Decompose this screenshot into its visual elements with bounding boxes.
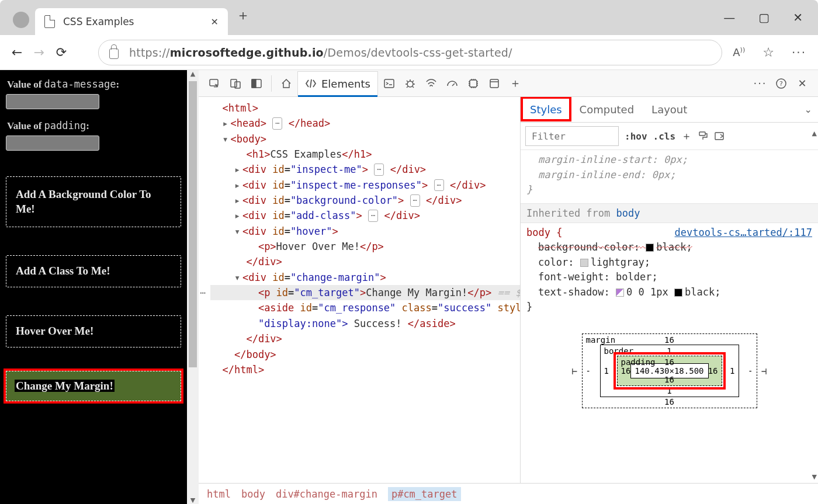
close-window-icon[interactable]: ✕ [793,11,803,25]
data-message-field[interactable] [6,94,99,109]
padding-label: padding [621,357,656,367]
page-scrollbar[interactable]: ▲ ▼ [187,70,199,504]
tree-row[interactable]: ▸<div id="inspect-me-responses"> ⋯ </div… [210,178,520,193]
browser-tab[interactable]: CSS Examples ✕ [35,8,228,35]
tree-row[interactable]: ▸<div id="inspect-me"> ⋯ </div> [210,162,520,177]
window-controls: — ▢ ✕ [723,11,803,25]
styles-rules[interactable]: margin-inline-start: 0px; margin-inline-… [521,150,818,203]
devtools: Elements ＋ ··· ? ✕ <html> ▸<head> ⋯ </he… [199,70,818,504]
tree-row[interactable]: <h1>CSS Examples</h1> [210,147,520,162]
svg-point-6 [407,81,413,87]
inherited-selector-link[interactable]: body [616,207,640,219]
devtools-more-icon[interactable]: ··· [750,74,770,93]
border-label: border [604,346,634,356]
tab-elements-label: Elements [321,78,370,90]
performance-icon[interactable] [442,74,462,93]
tree-row[interactable]: </body> [210,347,520,362]
tree-row-selected[interactable]: ⋯ <p id="cm_target">Change My Margin!</p… [210,285,520,300]
subtab-styles[interactable]: Styles [526,100,566,119]
maximize-icon[interactable]: ▢ [758,11,770,25]
filter-input[interactable] [525,126,619,146]
tree-row[interactable]: <html> [210,100,520,116]
svg-rect-11 [699,132,705,135]
url-path: /Demos/devtools-css-get-started/ [324,46,512,59]
profile-avatar[interactable] [13,12,29,28]
console-icon[interactable] [379,74,399,93]
scroll-thumb[interactable] [189,81,197,367]
styles-subtabs: Styles Computed Layout ⌄ [521,97,818,123]
subtab-computed[interactable]: Computed [576,100,638,119]
new-tab-button[interactable]: ＋ [236,6,250,25]
box-hover[interactable]: Hover Over Me! [6,315,181,347]
tree-row[interactable]: ▾<div id="change-margin"> [210,270,520,285]
tree-row[interactable]: </div> [210,254,520,269]
selector-body: body { [526,227,562,238]
close-tab-icon[interactable]: ✕ [211,16,219,27]
read-aloud-icon[interactable]: A)) [733,46,745,58]
tree-row[interactable]: </html> [210,362,520,377]
back-button[interactable]: ← [8,45,26,60]
bug-icon[interactable] [400,74,420,93]
add-tab-icon[interactable]: ＋ [505,74,525,93]
cls-button[interactable]: .cls [653,131,676,142]
favorite-icon[interactable]: ☆ [762,45,774,60]
elements-tree[interactable]: <html> ▸<head> ⋯ </head> ▾<body> <h1>CSS… [199,97,520,483]
box-change-margin[interactable]: Change My Margin! [6,371,181,401]
url-prefix: https:// [129,46,170,59]
tree-row[interactable]: ▸<div id="add-class"> ⋯ </div> [210,208,520,223]
breadcrumb-item[interactable]: html [207,488,231,500]
refresh-button[interactable]: ⟳ [53,45,70,60]
styles-pane: Styles Computed Layout ⌄ :hov .cls ＋ ma [520,97,818,483]
paint-icon[interactable] [698,131,708,141]
scroll-up-icon[interactable]: ▲ [190,70,195,78]
memory-icon[interactable] [463,74,483,93]
box-background-color[interactable]: Add A Background Color To Me! [6,176,181,227]
elements-breadcrumb[interactable]: html body div#change-margin p#cm_target [199,483,818,504]
tab-elements[interactable]: Elements [297,71,378,96]
tree-row[interactable]: ▾<div id="hover"> [210,224,520,239]
scroll-down-icon[interactable]: ▼ [190,496,195,504]
elements-icon [305,78,317,89]
help-icon[interactable]: ? [771,74,791,93]
new-style-rule-icon[interactable]: ＋ [681,129,692,143]
breadcrumb-item[interactable]: body [241,488,265,500]
minimize-icon[interactable]: — [723,11,735,25]
tree-row[interactable]: <aside id="cm_response" class="success" … [210,300,520,315]
device-toggle-icon[interactable] [226,74,245,93]
tree-row[interactable]: ▸<div id="background-color"> ⋯ </div> [210,193,520,208]
box-add-class[interactable]: Add A Class To Me! [6,255,181,287]
svg-rect-5 [384,79,394,88]
toggle-pane-icon[interactable] [714,131,725,141]
tree-row[interactable]: </div> [210,331,520,346]
tree-row[interactable]: <p>Hover Over Me!</p> [210,239,520,254]
application-icon[interactable] [484,74,504,93]
url-host: microsoftedge.github.io [170,46,324,59]
network-icon[interactable] [421,74,441,93]
chevron-down-icon[interactable]: ⌄ [805,104,812,115]
url-box[interactable]: https://microsoftedge.github.io/Demos/de… [98,40,722,65]
change-margin-text: Change My Margin! [15,380,115,392]
styles-scroll-down[interactable]: ▼ [812,473,817,481]
styles-rule-body[interactable]: body { devtools-cs…tarted/:117 backgroun… [521,223,818,321]
close-devtools-icon[interactable]: ✕ [792,74,812,93]
home-icon[interactable] [276,74,296,93]
hov-button[interactable]: :hov [625,131,647,142]
subtab-layout[interactable]: Layout [648,100,691,119]
box-model[interactable]: margin 16 16 - - ⊢ ⊣ border 1 1 1 1 [582,333,757,408]
url-text: https://microsoftedge.github.io/Demos/de… [129,46,512,59]
devtools-toolbar: Elements ＋ ··· ? ✕ [199,70,818,97]
source-link[interactable]: devtools-cs…tarted/:117 [675,225,812,241]
padding-field[interactable] [6,135,99,151]
breadcrumb-item-active[interactable]: p#cm_target [388,487,461,501]
breadcrumb-item[interactable]: div#change-margin [276,488,377,500]
tree-row[interactable]: ▾<body> [210,131,520,147]
forward-button[interactable]: → [30,45,48,60]
styles-scroll-up[interactable]: ▲ [812,130,817,137]
tree-row[interactable]: ▸<head> ⋯ </head> [210,116,520,131]
label-padding: Value of padding: [7,120,180,132]
inspect-element-icon[interactable] [204,74,224,93]
dock-icon[interactable] [247,74,266,93]
tree-row[interactable]: "display:none"> Success! </aside> [210,316,520,331]
more-icon[interactable]: ··· [792,46,806,60]
inherited-header: Inherited from body [521,203,818,223]
